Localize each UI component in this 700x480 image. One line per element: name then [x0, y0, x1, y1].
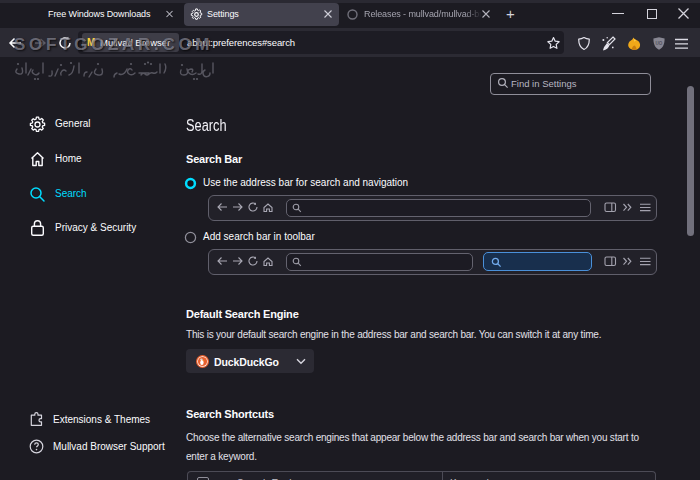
svg-text:UO: UO [656, 41, 663, 46]
